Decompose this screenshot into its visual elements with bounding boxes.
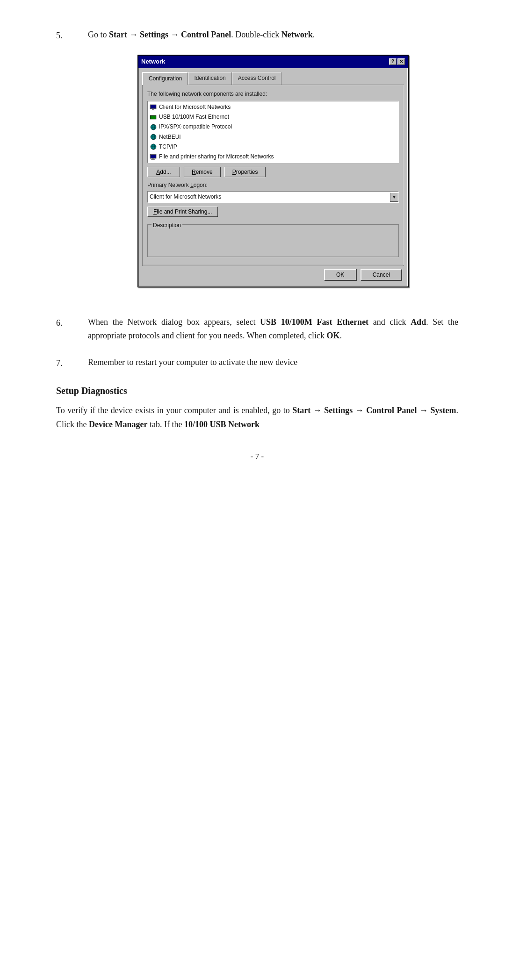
monitor-icon-2 (150, 153, 157, 161)
tab-configuration[interactable]: Configuration (142, 72, 188, 85)
step-6: 6. When the Network dialog box appears, … (56, 315, 458, 343)
question-button[interactable]: ? (389, 58, 397, 65)
start-bold: Start (109, 30, 127, 39)
step-7-content: Remember to restart your computer to act… (88, 356, 458, 370)
win98-network-dialog: Network ? ✕ Configuration Identification… (137, 55, 409, 288)
dropdown-arrow[interactable]: ▼ (390, 193, 398, 202)
add-button[interactable]: Add... (147, 167, 180, 177)
list-item-label: TCP/IP (159, 143, 177, 151)
protocol-icon-2 (150, 133, 157, 141)
remove-button[interactable]: Remove (184, 167, 221, 177)
svg-rect-2 (152, 109, 154, 110)
ok-button[interactable]: OK (324, 269, 357, 281)
step-7: 7. Remember to restart your computer to … (56, 356, 458, 370)
cancel-button[interactable]: Cancel (361, 269, 402, 281)
step-5-number: 5. (56, 28, 79, 302)
file-print-sharing-button[interactable]: File and Print Sharing... (147, 207, 218, 217)
properties-button[interactable]: Properties (224, 167, 266, 177)
usb-icon (150, 114, 157, 121)
step-6-number: 6. (56, 315, 79, 343)
add-remove-properties-row: Add... Remove Properties (147, 167, 399, 177)
list-item-label: IPX/SPX-compatible Protocol (159, 122, 232, 131)
ok-cancel-row: OK Cancel (142, 266, 404, 283)
description-groupbox: Description (147, 224, 399, 257)
body-start-bold: Start (292, 406, 310, 415)
network-components-listbox[interactable]: Client for Microsoft Networks USB 10/100 (147, 101, 399, 163)
settings-bold: Settings (140, 30, 168, 39)
primary-logon-value: Client for Microsoft Networks (148, 192, 390, 202)
list-item-client-ms[interactable]: Client for Microsoft Networks (149, 102, 397, 112)
dialog-title: Network (141, 57, 165, 67)
add-bold: Add (411, 317, 426, 327)
svg-rect-18 (151, 159, 155, 160)
svg-rect-16 (151, 155, 156, 158)
step-6-content: When the Network dialog box appears, sel… (88, 315, 458, 343)
dialog-wrapper: Network ? ✕ Configuration Identification… (88, 55, 458, 288)
step-5-content: Go to Start → Settings → Control Panel. … (88, 28, 458, 302)
dialog-tabs: Configuration Identification Access Cont… (142, 72, 404, 85)
usb-eth-bold: USB 10/100M Fast Ethernet (260, 317, 368, 327)
protocol-icon (150, 123, 157, 131)
body-controlpanel-bold: Control Panel (366, 406, 417, 415)
primary-logon-label: Primary Network Logon: (147, 181, 399, 190)
monitor-icon (150, 104, 157, 111)
svg-rect-17 (152, 158, 154, 159)
dialog-body: Configuration Identification Access Cont… (138, 68, 408, 287)
body-devicemanager-bold: Device Manager (89, 420, 147, 429)
tab-access-control[interactable]: Access Control (232, 72, 282, 85)
titlebar-buttons: ? ✕ (389, 58, 405, 65)
close-button[interactable]: ✕ (397, 58, 405, 65)
list-item-label: File and printer sharing for Microsoft N… (159, 152, 274, 161)
step-5-text: Go to Start → Settings → Control Panel. … (88, 28, 458, 42)
primary-logon-dropdown[interactable]: Client for Microsoft Networks ▼ (147, 191, 399, 203)
list-item-tcpip[interactable]: TCP/IP (149, 142, 397, 152)
page-number: - 7 - (56, 450, 458, 463)
control-panel-bold: Control Panel (181, 30, 231, 39)
svg-rect-1 (151, 105, 156, 108)
list-item-ipx[interactable]: IPX/SPX-compatible Protocol (149, 122, 397, 132)
svg-rect-3 (151, 110, 155, 110)
dialog-titlebar: Network ? ✕ (138, 56, 408, 68)
list-item-label: USB 10/100M Fast Ethernet (159, 113, 229, 122)
list-item-file-sharing[interactable]: File and printer sharing for Microsoft N… (149, 152, 397, 162)
protocol-icon-3 (150, 143, 157, 150)
step-6-text: When the Network dialog box appears, sel… (88, 315, 458, 343)
body-settings-bold: Settings (324, 406, 353, 415)
ok-bold: OK (327, 331, 340, 340)
list-item-label: Client for Microsoft Networks (159, 103, 231, 112)
step-5: 5. Go to Start → Settings → Control Pane… (56, 28, 458, 302)
step-7-number: 7. (56, 356, 79, 370)
body-system-bold: System (431, 406, 456, 415)
network-components-label: The following network components are ins… (147, 90, 399, 99)
svg-rect-5 (151, 116, 156, 119)
list-item-netbeui[interactable]: NetBEUI (149, 132, 397, 142)
list-item-usb-eth[interactable]: USB 10/100M Fast Ethernet (149, 112, 397, 122)
body-usb-network-bold: 10/100 USB Network (184, 420, 260, 429)
tab-identification[interactable]: Identification (188, 72, 231, 85)
list-item-label: NetBEUI (159, 133, 181, 142)
description-label: Description (152, 221, 182, 230)
network-bold: Network (281, 30, 313, 39)
setup-diagnostics-heading: Setup Diagnostics (56, 383, 458, 398)
tab-content-configuration: The following network components are ins… (142, 85, 404, 266)
step-7-text: Remember to restart your computer to act… (88, 356, 458, 369)
body-paragraph: To verify if the device exists in your c… (56, 404, 458, 431)
